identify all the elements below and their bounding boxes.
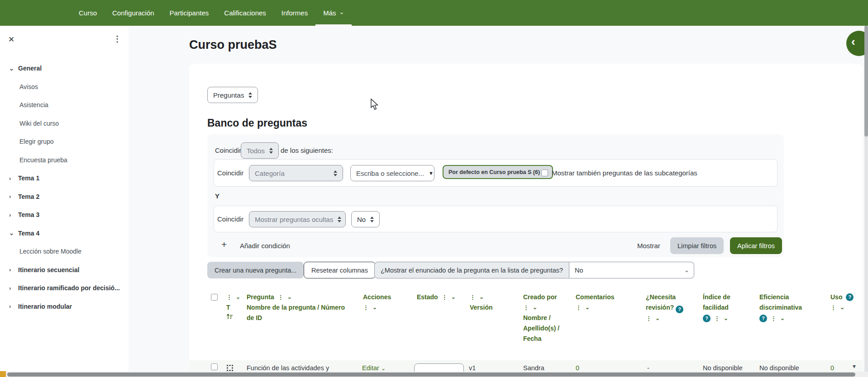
comments-count-link[interactable]: 0: [576, 364, 579, 372]
chevron-down-icon[interactable]: ⌄: [236, 292, 240, 302]
condition1-type-select[interactable]: Categoría: [249, 165, 343, 181]
chevron-right-icon[interactable]: ›: [9, 285, 18, 292]
column-options-icon[interactable]: ⋮: [576, 302, 582, 313]
show-button[interactable]: Mostrar: [637, 242, 660, 250]
sort-by-lastname-link[interactable]: Apellido(s) /: [523, 325, 559, 332]
column-options-icon[interactable]: ⋮: [523, 302, 529, 313]
chevron-down-icon[interactable]: ⌄: [9, 230, 18, 236]
drag-handle-icon[interactable]: [226, 364, 234, 372]
apply-filters-button[interactable]: Aplicar filtros: [730, 237, 782, 254]
sidebar-section-itinerario-modular[interactable]: › Itinerario modular: [0, 297, 129, 316]
chevron-right-icon[interactable]: ›: [9, 193, 18, 200]
add-condition-button[interactable]: Añadir condición: [240, 242, 290, 250]
row-checkbox[interactable]: [211, 363, 218, 370]
close-drawer-icon[interactable]: ✕: [8, 35, 14, 44]
sidebar-item-wiki[interactable]: Wiki del curso: [0, 114, 129, 133]
column-options-icon[interactable]: ⋮: [714, 313, 720, 324]
chevron-right-icon[interactable]: ›: [9, 303, 18, 310]
sort-ascending-icon[interactable]: [226, 313, 233, 320]
chevron-down-icon[interactable]: ⌄: [9, 65, 18, 72]
sidebar-item-asistencia[interactable]: Asistencia: [0, 96, 129, 114]
horizontal-scrollbar-thumb[interactable]: [7, 372, 855, 377]
chevron-right-icon[interactable]: ›: [9, 266, 18, 273]
chevron-right-icon[interactable]: ›: [9, 175, 18, 182]
nav-tab-curso[interactable]: Curso: [71, 0, 105, 26]
column-title[interactable]: Eficiencia discriminativa: [759, 293, 802, 311]
column-header-acciones: Acciones ⋮ ⌄: [363, 292, 391, 313]
chevron-down-icon[interactable]: ⌄: [724, 313, 728, 324]
column-title[interactable]: Pregunta: [247, 292, 274, 302]
subcategories-checkbox[interactable]: [541, 170, 548, 176]
usage-count-link[interactable]: 0: [830, 364, 834, 372]
drawer-options-icon[interactable]: ⋮: [113, 34, 121, 44]
match-type-select[interactable]: Todos: [241, 142, 279, 159]
reset-columns-button[interactable]: Resetear columnas: [304, 262, 376, 278]
column-options-icon[interactable]: ⋮: [470, 292, 476, 302]
nav-tab-mas[interactable]: Más ⌄: [315, 0, 352, 26]
chevron-down-icon[interactable]: ⌄: [585, 302, 590, 313]
sidebar-section-tema3[interactable]: › Tema 3: [0, 206, 129, 224]
column-options-icon[interactable]: ⋮: [771, 313, 777, 324]
condition2-value-select[interactable]: No: [351, 211, 380, 227]
sidebar-section-itinerario-ramificado[interactable]: › Itinerario ramificado por decisió...: [0, 279, 129, 297]
nav-tab-informes[interactable]: Informes: [274, 0, 315, 26]
column-options-icon[interactable]: ⋮: [646, 313, 652, 324]
sidebar-section-itinerario-secuencial[interactable]: › Itinerario secuencial: [0, 261, 129, 279]
sidebar-section-tema4[interactable]: ⌄ Tema 4: [0, 224, 129, 243]
chevron-down-icon[interactable]: ⌄: [533, 302, 537, 313]
sort-by-name-link[interactable]: Nombre de la pregunta / Número de ID: [247, 304, 345, 321]
sort-by-date-link[interactable]: Fecha: [523, 335, 541, 342]
sort-by-version-link[interactable]: Versión: [470, 304, 493, 311]
sidebar-section-general[interactable]: ⌄ General: [0, 59, 129, 78]
clear-filters-button[interactable]: Limpiar filtros: [670, 237, 724, 254]
chevron-down-icon[interactable]: ⌄: [451, 292, 456, 302]
category-combobox[interactable]: Escriba o seleccione... ▼: [350, 165, 434, 181]
condition2-type-select[interactable]: Mostrar preguntas ocultas: [249, 211, 346, 227]
sidebar-section-tema2[interactable]: › Tema 2: [0, 188, 129, 206]
category-filter-tag[interactable]: Por defecto en Curso prueba S (6) ×: [443, 165, 553, 179]
sidebar-item-encuesta[interactable]: Encuesta prueba: [0, 151, 129, 170]
sidebar-item-avisos[interactable]: Avisos: [0, 78, 129, 96]
nav-tab-calificaciones[interactable]: Calificaciones: [216, 0, 274, 26]
column-title[interactable]: Creado por: [523, 293, 557, 301]
column-title[interactable]: Comentarios: [576, 293, 615, 301]
chevron-down-icon[interactable]: ⌄: [780, 313, 785, 324]
column-title[interactable]: Uso: [830, 292, 842, 302]
column-title[interactable]: Acciones: [363, 293, 391, 301]
question-name[interactable]: Función de las actividades y: [247, 364, 329, 372]
sort-by-firstname-link[interactable]: Nombre /: [523, 314, 551, 321]
condition-joiner: Y: [215, 192, 219, 200]
sidebar-item-elegir-grupo[interactable]: Elegir grupo: [0, 132, 129, 151]
help-icon[interactable]: ?: [846, 293, 854, 301]
chevron-down-icon[interactable]: ⌄: [655, 313, 660, 324]
chevron-down-icon[interactable]: ⌄: [287, 292, 292, 302]
updown-icon: [248, 92, 252, 98]
nav-tab-configuracion[interactable]: Configuración: [105, 0, 162, 26]
tertiary-nav-select[interactable]: Preguntas: [207, 87, 258, 103]
chevron-right-icon[interactable]: ›: [9, 212, 18, 218]
sidebar-section-tema1[interactable]: › Tema 1: [0, 169, 129, 188]
sort-type-letter[interactable]: T: [226, 304, 230, 311]
column-options-icon[interactable]: ⋮: [278, 292, 284, 302]
vertical-scrollbar-thumb[interactable]: [864, 26, 868, 137]
nav-tab-participantes[interactable]: Participantes: [162, 0, 217, 26]
chevron-down-icon[interactable]: ⌄: [479, 292, 484, 302]
help-icon[interactable]: ?: [703, 315, 711, 322]
column-options-icon[interactable]: ⋮: [442, 292, 448, 302]
column-options-icon[interactable]: ⋮: [363, 302, 369, 313]
column-title[interactable]: ¿Necesita revisión?: [646, 293, 676, 311]
select-all-checkbox[interactable]: [211, 294, 218, 301]
column-title[interactable]: Estado: [417, 292, 438, 302]
column-options-icon[interactable]: ⋮: [830, 302, 836, 313]
sidebar-item-leccion[interactable]: Lección sobre Moodle: [0, 242, 129, 261]
column-options-icon[interactable]: ⋮: [226, 292, 232, 302]
help-icon[interactable]: ?: [676, 306, 683, 313]
column-title[interactable]: Índice de facilidad: [703, 293, 730, 311]
show-question-text-select[interactable]: No ⌄: [569, 262, 694, 278]
plus-icon[interactable]: +: [221, 239, 227, 250]
help-icon[interactable]: ?: [759, 315, 767, 322]
create-question-button[interactable]: Crear una nueva pregunta...: [207, 262, 304, 278]
chevron-down-icon[interactable]: ⌄: [840, 302, 844, 313]
edit-menu-link[interactable]: Editar ⌄: [362, 364, 386, 372]
chevron-down-icon[interactable]: ⌄: [372, 302, 377, 313]
